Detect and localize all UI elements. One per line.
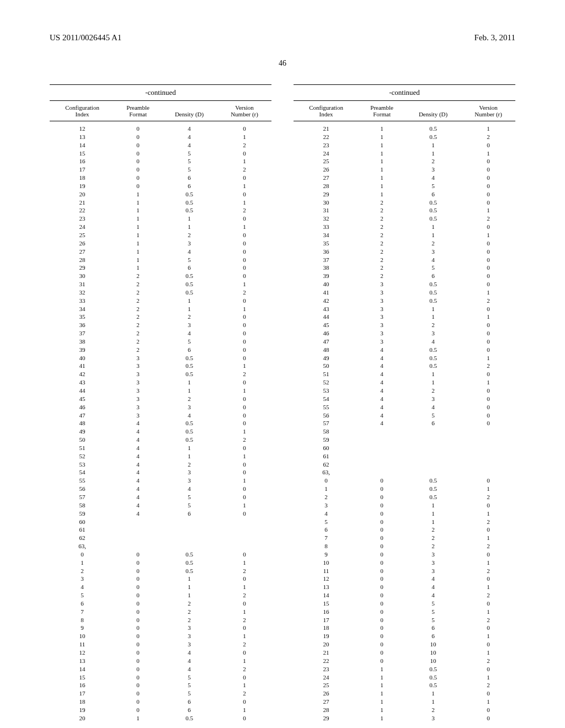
right-column: -continued ConfigurationIndex PreambleFo… bbox=[294, 84, 515, 722]
table-row: 47340 bbox=[50, 411, 271, 420]
table-cell: 1 bbox=[359, 190, 405, 199]
table-cell: 1 bbox=[217, 157, 271, 165]
table-cell: 0 bbox=[115, 673, 161, 682]
table-row: 4030.50 bbox=[50, 354, 271, 362]
table-cell: 1 bbox=[405, 149, 461, 158]
table-cell: 1 bbox=[161, 305, 217, 313]
table-row: 34211 bbox=[294, 231, 515, 239]
table-cell: 57 bbox=[50, 493, 115, 501]
table-cell: 22 bbox=[294, 657, 359, 665]
table-cell: 0 bbox=[115, 157, 161, 165]
table-cell: 4 bbox=[115, 452, 161, 461]
table-row: 18060 bbox=[294, 624, 515, 632]
table-cell: 3 bbox=[115, 370, 161, 378]
table-cell: 1 bbox=[161, 591, 217, 599]
table-row: 100.51 bbox=[294, 485, 515, 493]
table-cell: 5 bbox=[161, 338, 217, 346]
table-cell: 58 bbox=[294, 427, 359, 436]
table-row: 13041 bbox=[50, 133, 271, 141]
continued-label: -continued bbox=[294, 85, 515, 101]
table-row: 23110 bbox=[294, 141, 515, 149]
table-row: 2510.52 bbox=[294, 681, 515, 689]
table-cell: 15 bbox=[50, 673, 115, 682]
table-cell: 4 bbox=[405, 575, 461, 583]
table-cell: 0 bbox=[461, 223, 515, 231]
table-cell: 3 bbox=[359, 338, 405, 346]
table-row: 25120 bbox=[50, 231, 271, 239]
table-cell bbox=[359, 436, 405, 444]
table-cell: 0 bbox=[217, 403, 271, 411]
table-cell: 0 bbox=[217, 149, 271, 158]
table-cell: 50 bbox=[294, 362, 359, 370]
table-cell bbox=[405, 468, 461, 477]
table-cell: 34 bbox=[50, 305, 115, 313]
table-cell: 0 bbox=[359, 477, 405, 485]
table-cell: 0.5 bbox=[405, 133, 461, 141]
table-row: 12040 bbox=[294, 575, 515, 583]
table-cell: 1 bbox=[405, 370, 461, 378]
table-cell: 37 bbox=[294, 256, 359, 264]
table-cell: 1 bbox=[461, 673, 515, 682]
table-cell: 0 bbox=[217, 510, 271, 518]
table-cell: 0 bbox=[461, 248, 515, 256]
table-cell: 3 bbox=[359, 280, 405, 288]
table-row: 56440 bbox=[50, 485, 271, 493]
table-cell: 0 bbox=[461, 256, 515, 264]
table-row: 2410.51 bbox=[294, 673, 515, 682]
table-cell: 3 bbox=[405, 329, 461, 338]
table-row: 4840.50 bbox=[50, 419, 271, 427]
table-cell: 0 bbox=[461, 165, 515, 174]
table-row: 2210.52 bbox=[50, 206, 271, 215]
table-cell: 48 bbox=[50, 419, 115, 427]
table-cell: 0 bbox=[217, 419, 271, 427]
table-row: 62 bbox=[294, 461, 515, 469]
table-row: 28150 bbox=[294, 182, 515, 190]
table-cell: 2 bbox=[115, 297, 161, 305]
table-cell: 0.5 bbox=[161, 280, 217, 288]
table-row: 5040.52 bbox=[50, 436, 271, 444]
table-cell: 4 bbox=[115, 468, 161, 477]
table-cell: 25 bbox=[294, 681, 359, 689]
table-cell: 0 bbox=[461, 599, 515, 608]
table-row: 4130.51 bbox=[50, 362, 271, 370]
table-row: 27111 bbox=[294, 698, 515, 706]
table-cell: 4 bbox=[405, 583, 461, 591]
table-cell: 0 bbox=[115, 608, 161, 616]
table-row: 2110.51 bbox=[294, 121, 515, 133]
table-cell: 4 bbox=[161, 411, 217, 420]
table-cell: 51 bbox=[50, 444, 115, 452]
table-cell: 35 bbox=[50, 313, 115, 321]
table-cell: 1 bbox=[405, 313, 461, 321]
table-cell: 2 bbox=[405, 534, 461, 542]
table-row: 56450 bbox=[294, 411, 515, 420]
table-cell: 1 bbox=[217, 280, 271, 288]
table-cell: 0 bbox=[359, 550, 405, 559]
table-cell: 2 bbox=[115, 338, 161, 346]
table-cell: 0.5 bbox=[161, 419, 217, 427]
table-cell: 4 bbox=[161, 121, 217, 133]
table-cell: 3 bbox=[161, 403, 217, 411]
table-cell: 0 bbox=[461, 190, 515, 199]
table-row: 17052 bbox=[294, 616, 515, 624]
table-row: 43310 bbox=[50, 378, 271, 387]
table-row: 15050 bbox=[294, 599, 515, 608]
table-cell: 4 bbox=[161, 657, 217, 665]
table-row: 3220.52 bbox=[294, 215, 515, 223]
table-cell: 1 bbox=[359, 689, 405, 698]
table-cell: 1 bbox=[461, 354, 515, 362]
table-cell: 4 bbox=[405, 403, 461, 411]
table-cell: 54 bbox=[50, 468, 115, 477]
table-cell: 5 bbox=[405, 616, 461, 624]
table-cell: 5 bbox=[50, 591, 115, 599]
table-cell: 1 bbox=[405, 305, 461, 313]
table-cell: 1 bbox=[405, 223, 461, 231]
table-row: 27140 bbox=[294, 174, 515, 182]
table-cell bbox=[359, 444, 405, 452]
table-row: 29160 bbox=[294, 190, 515, 199]
table-cell: 34 bbox=[294, 231, 359, 239]
table-cell: 0.5 bbox=[405, 673, 461, 682]
table-cell: 0 bbox=[461, 141, 515, 149]
table-cell: 6 bbox=[294, 526, 359, 534]
table-cell: 44 bbox=[294, 313, 359, 321]
table-cell: 55 bbox=[294, 403, 359, 411]
